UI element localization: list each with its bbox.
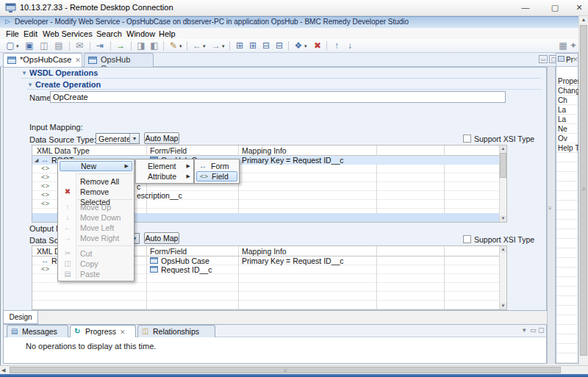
export-icon[interactable]: → xyxy=(115,40,126,51)
tab-messages[interactable]: ▤Messages xyxy=(7,325,68,337)
tab-opshubcase-editor[interactable]: *OpsHubCase✕ xyxy=(3,53,82,67)
web-service-caret-icon[interactable]: ▾ xyxy=(304,43,307,49)
wsdl-operations-title[interactable]: WSDL Operations xyxy=(29,68,98,77)
maximize-button[interactable]: ▢ xyxy=(544,1,566,14)
create-operation-title[interactable]: Create Operation xyxy=(35,80,101,89)
scrollbar-thumb[interactable]: ≡ xyxy=(580,25,587,356)
expand-all-icon[interactable]: ⊞ xyxy=(234,40,245,51)
move-down-icon[interactable]: ↓ xyxy=(344,40,356,51)
menu-item-element[interactable]: Element▶ xyxy=(136,161,193,171)
operation-name-input[interactable]: OpCreate xyxy=(50,91,506,103)
scrollbar-thumb[interactable] xyxy=(500,153,506,178)
highlight-caret-icon[interactable]: ▾ xyxy=(179,43,182,49)
property-row[interactable]: Chang xyxy=(558,87,578,95)
tab-close-icon[interactable]: ✕ xyxy=(120,328,126,336)
property-row[interactable]: Ov xyxy=(558,134,578,143)
web-service-icon[interactable]: ❖ xyxy=(293,40,304,51)
menu-item-move-right[interactable]: →Move Right xyxy=(58,233,134,243)
property-row[interactable]: La xyxy=(558,115,578,123)
property-row[interactable]: Ch xyxy=(558,96,578,104)
restore-panel-button[interactable]: ▭ xyxy=(539,55,548,63)
maximize-view-icon[interactable]: ▢ xyxy=(538,326,545,334)
wsdl-section-toggle-icon[interactable]: ▼ xyxy=(21,70,27,76)
output-automap-button[interactable]: Auto Map xyxy=(144,232,179,244)
collapse-all-icon[interactable]: ⊟ xyxy=(273,40,285,51)
dropdown-caret-icon[interactable]: ▼ xyxy=(129,134,139,143)
scroll-up-icon[interactable]: ▲ xyxy=(500,146,506,152)
highlight-icon[interactable]: ✎ xyxy=(168,40,179,51)
menu-window[interactable]: Window xyxy=(126,29,155,38)
expand-icon[interactable]: ⊞ xyxy=(247,40,259,51)
minimize-view-icon[interactable]: ▭ xyxy=(530,326,537,334)
scroll-up-icon[interactable]: ▲ xyxy=(500,246,506,253)
menu-item-remove-selected[interactable]: ✖Remove Selected xyxy=(58,187,134,197)
menu-item-cut[interactable]: ✂Cut xyxy=(58,248,134,259)
scroll-left-icon[interactable]: ◀ xyxy=(1,367,5,373)
menu-file[interactable]: File xyxy=(6,29,19,38)
tab-properties[interactable]: Pr ✕ xyxy=(556,54,578,67)
move-up-icon[interactable]: ↑ xyxy=(331,40,343,51)
menu-web-services[interactable]: Web Services xyxy=(43,29,93,38)
new-wizard-icon[interactable]: ▢ xyxy=(4,40,16,51)
minimize-button[interactable]: — xyxy=(514,1,537,14)
create-section-toggle-icon[interactable]: ▼ xyxy=(27,82,33,88)
rdp-horizontal-scrollbar[interactable]: ◀ ≡ xyxy=(0,365,588,374)
menu-item-copy[interactable]: ◫Copy xyxy=(58,259,134,269)
vertical-splitter[interactable]: ≡ xyxy=(547,67,556,364)
menu-search[interactable]: Search xyxy=(96,29,122,38)
forward-icon[interactable]: → xyxy=(210,40,222,51)
palette-icon[interactable]: ✦ xyxy=(567,40,579,51)
rdp-vertical-scrollbar[interactable]: ▲ ≡ xyxy=(578,16,588,365)
splitter-grip-icon[interactable]: ≡ xyxy=(548,205,552,212)
form-a-icon[interactable]: ◨ xyxy=(135,40,147,51)
view-menu-caret-icon[interactable]: ▾ xyxy=(523,326,526,334)
print-icon[interactable]: ▤ xyxy=(53,40,65,51)
close-button[interactable]: ✕ xyxy=(568,1,588,14)
mail-icon[interactable]: ✉ xyxy=(74,40,85,51)
toolbar-separator xyxy=(187,41,187,51)
property-row[interactable]: Help T xyxy=(558,144,578,152)
input-table-scrollbar[interactable]: ▲ ▼ xyxy=(499,146,506,222)
menu-item-new[interactable]: New▶ xyxy=(60,161,132,171)
scroll-up-icon[interactable]: ▲ xyxy=(579,17,588,22)
tree-expander-icon[interactable]: ◢ xyxy=(35,157,38,163)
tab-design[interactable]: Design xyxy=(3,311,38,324)
forward-caret-icon[interactable]: ▾ xyxy=(222,43,225,49)
new-caret-icon[interactable]: ▾ xyxy=(16,43,19,49)
tab-close-icon[interactable]: ✕ xyxy=(75,57,81,64)
tab-relationships[interactable]: ◫Relationships xyxy=(137,325,215,337)
import-doc-icon[interactable]: ⇥ xyxy=(94,40,106,51)
menu-item-field[interactable]: < >Field xyxy=(196,171,237,182)
input-automap-button[interactable]: Auto Map xyxy=(144,132,179,144)
menu-item-move-up[interactable]: ↑Move Up xyxy=(58,202,134,212)
save-all-icon[interactable]: ◫ xyxy=(38,40,50,51)
scroll-down-icon[interactable]: ▼ xyxy=(500,215,506,222)
menu-item-remove-all[interactable]: Remove All xyxy=(58,176,134,187)
scroll-down-icon[interactable]: ▼ xyxy=(500,303,506,309)
menu-item-move-left[interactable]: ←Move Left xyxy=(58,223,134,233)
back-caret-icon[interactable]: ▾ xyxy=(203,43,206,49)
property-row[interactable]: La xyxy=(558,106,578,114)
input-xsi-checkbox[interactable] xyxy=(463,134,471,143)
tab-close-icon[interactable]: ✕ xyxy=(573,56,578,63)
rdp-titlebar: 10.13.27.33 - Remote Desktop Connection … xyxy=(0,0,588,16)
form-b-icon[interactable]: ◧ xyxy=(148,40,160,51)
menu-edit[interactable]: Edit xyxy=(24,29,37,38)
output-xsi-checkbox[interactable] xyxy=(463,235,471,243)
menu-item-move-down[interactable]: ↓Move Down xyxy=(58,212,134,223)
property-row[interactable]: Ne xyxy=(558,125,578,133)
input-ds-dropdown[interactable]: Generated▼ xyxy=(96,133,140,144)
menu-item-paste[interactable]: ▤Paste xyxy=(58,269,134,279)
save-icon[interactable]: ▣ xyxy=(24,40,35,51)
menu-item-attribute[interactable]: Attribute▶ xyxy=(136,171,193,182)
menu-help[interactable]: Help xyxy=(159,29,176,38)
bottom-panel: ▤Messages ↻Progress✕ ◫Relationships ▾ ▭ … xyxy=(3,324,547,364)
tab-opshub-case-form[interactable]: OpsHub Case xyxy=(84,53,154,67)
delete-icon[interactable]: ✖ xyxy=(312,40,323,51)
tab-progress[interactable]: ↻Progress✕ xyxy=(70,325,136,337)
scrollbar-thumb[interactable]: ≡ xyxy=(10,367,561,373)
output-table-scrollbar[interactable]: ▲ ▼ xyxy=(499,246,506,309)
back-icon[interactable]: ← xyxy=(191,40,203,51)
collapse-icon[interactable]: ⊟ xyxy=(260,40,272,51)
menu-item-form[interactable]: ↔Form xyxy=(195,161,239,171)
